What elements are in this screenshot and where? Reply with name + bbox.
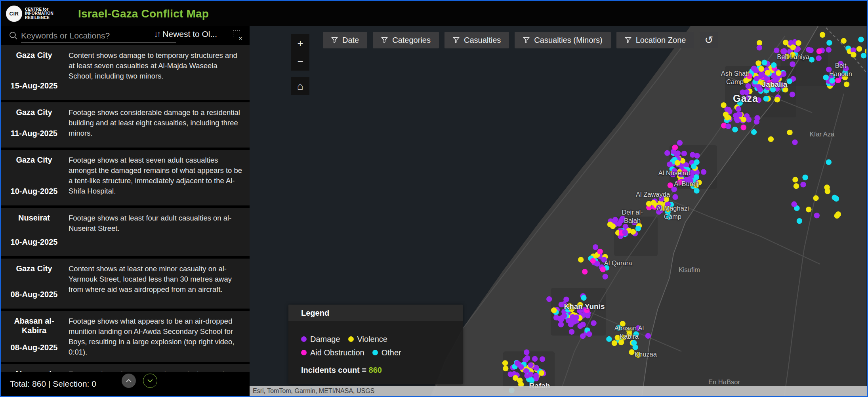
incident-dot[interactable] xyxy=(574,315,579,320)
incident-dot[interactable] xyxy=(525,355,530,361)
incident-dot[interactable] xyxy=(843,66,849,71)
incident-dot[interactable] xyxy=(539,370,544,376)
incident-dot[interactable] xyxy=(800,182,806,187)
incident-dot[interactable] xyxy=(797,218,802,224)
incident-dot[interactable] xyxy=(783,40,788,45)
incident-dot[interactable] xyxy=(635,325,641,331)
incident-card[interactable]: Gaza City08-Aug-2025Content shows at lea… xyxy=(1,259,250,309)
incident-dot[interactable] xyxy=(577,302,583,308)
incident-dot[interactable] xyxy=(635,226,641,231)
incident-dot[interactable] xyxy=(770,87,776,92)
incident-dot[interactable] xyxy=(829,78,835,83)
incident-dot[interactable] xyxy=(677,179,683,185)
incident-dot[interactable] xyxy=(580,322,586,327)
sort-button[interactable]: ↓↑ Newest to Ol... xyxy=(154,29,217,39)
incident-dot[interactable] xyxy=(826,159,832,165)
incident-dot[interactable] xyxy=(814,213,820,218)
incident-dot[interactable] xyxy=(561,313,567,318)
incident-dot[interactable] xyxy=(826,40,832,46)
incident-dot[interactable] xyxy=(792,177,798,182)
incident-dot[interactable] xyxy=(594,261,600,267)
incident-dot[interactable] xyxy=(746,117,752,122)
incident-dot[interactable] xyxy=(787,130,792,135)
incident-dot[interactable] xyxy=(612,340,617,346)
incident-dot[interactable] xyxy=(768,136,774,142)
incident-dot[interactable] xyxy=(790,61,795,67)
incident-dot[interactable] xyxy=(546,296,552,302)
incident-dot[interactable] xyxy=(736,106,741,112)
incident-dot[interactable] xyxy=(551,307,557,313)
incident-card[interactable]: Gaza City10-Aug-2025Footage shows at lea… xyxy=(1,150,250,205)
incident-dot[interactable] xyxy=(741,125,746,130)
incident-dot[interactable] xyxy=(612,217,618,222)
incident-dot[interactable] xyxy=(835,78,841,83)
incident-dot[interactable] xyxy=(508,371,513,377)
incident-dot[interactable] xyxy=(523,368,529,374)
zoom-in-button[interactable]: + xyxy=(291,34,309,52)
incident-dot[interactable] xyxy=(780,82,785,88)
incident-dot[interactable] xyxy=(502,360,508,366)
incident-dot[interactable] xyxy=(824,184,830,190)
incident-dot[interactable] xyxy=(737,112,742,117)
incident-dot[interactable] xyxy=(806,207,811,212)
incident-dot[interactable] xyxy=(631,340,637,345)
incident-dot[interactable] xyxy=(529,378,534,384)
incident-dot[interactable] xyxy=(771,62,776,68)
incident-dot[interactable] xyxy=(816,56,822,61)
filter-button-categories[interactable]: Categories xyxy=(373,32,439,48)
incident-dot[interactable] xyxy=(635,352,641,358)
incident-dot[interactable] xyxy=(694,175,699,180)
incident-dot[interactable] xyxy=(626,328,632,334)
incident-dot[interactable] xyxy=(746,73,752,79)
incident-dot[interactable] xyxy=(842,75,848,80)
incident-dot[interactable] xyxy=(603,274,608,279)
incident-dot[interactable] xyxy=(591,320,596,326)
incident-dot[interactable] xyxy=(580,333,586,339)
incident-dot[interactable] xyxy=(787,79,792,84)
incident-card[interactable]: Nuseirat10-Aug-2025Footage shows at leas… xyxy=(1,208,250,256)
incident-dot[interactable] xyxy=(721,102,726,108)
incident-dot[interactable] xyxy=(630,229,636,234)
incident-dot[interactable] xyxy=(737,100,743,105)
incident-dot[interactable] xyxy=(857,46,862,52)
filter-button-date[interactable]: Date xyxy=(323,32,367,48)
incident-dot[interactable] xyxy=(518,364,524,370)
incident-dot[interactable] xyxy=(790,92,795,97)
incident-dot[interactable] xyxy=(809,57,815,62)
incident-dot[interactable] xyxy=(568,322,574,327)
filter-button-casualties-minors[interactable]: Casualties (Minors) xyxy=(515,32,610,48)
incident-dot[interactable] xyxy=(528,372,533,377)
incident-dot[interactable] xyxy=(672,194,678,200)
incident-dot[interactable] xyxy=(691,163,696,169)
page-down-button[interactable] xyxy=(143,374,157,388)
incident-dot[interactable] xyxy=(701,169,706,175)
incident-dot[interactable] xyxy=(774,48,779,53)
incident-dot[interactable] xyxy=(677,140,683,146)
incident-dot[interactable] xyxy=(781,55,786,61)
filter-button-location-zone[interactable]: Location Zone xyxy=(616,32,694,48)
incident-dot[interactable] xyxy=(834,196,839,201)
incident-dot[interactable] xyxy=(790,52,796,58)
incident-dot[interactable] xyxy=(834,213,840,219)
incident-dot[interactable] xyxy=(667,161,672,167)
incident-dot[interactable] xyxy=(678,172,684,177)
incident-dot[interactable] xyxy=(672,145,678,150)
incident-dot[interactable] xyxy=(763,96,769,102)
incident-dot[interactable] xyxy=(534,365,539,371)
incident-dot[interactable] xyxy=(776,70,781,76)
incident-dot[interactable] xyxy=(775,97,780,102)
incident-dot[interactable] xyxy=(751,129,757,135)
incident-dot[interactable] xyxy=(753,68,759,73)
incident-dot[interactable] xyxy=(553,315,559,320)
incident-dot[interactable] xyxy=(675,160,680,166)
incident-dot[interactable] xyxy=(503,366,508,371)
search-input[interactable] xyxy=(21,29,176,43)
incident-dot[interactable] xyxy=(851,52,856,58)
page-up-button[interactable] xyxy=(122,374,136,388)
incident-dot[interactable] xyxy=(858,37,864,42)
incident-dot[interactable] xyxy=(744,89,749,95)
incident-dot[interactable] xyxy=(513,375,518,381)
incident-dot[interactable] xyxy=(757,40,762,46)
incident-card[interactable]: Abasan al-KabiraFootage shows four conse… xyxy=(1,364,250,372)
incident-dot[interactable] xyxy=(781,48,787,54)
